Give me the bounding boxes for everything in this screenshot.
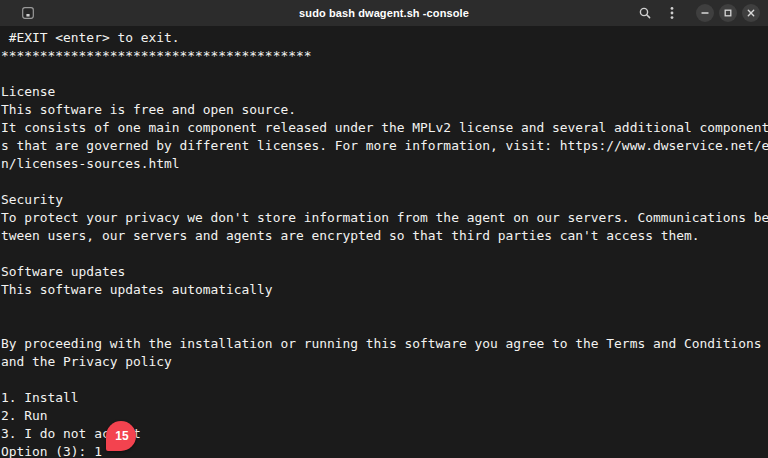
close-icon [747, 9, 755, 17]
click-annotation-badge: 15 [106, 421, 136, 451]
titlebar-left [0, 7, 34, 19]
titlebar[interactable]: sudo bash dwagent.sh -console [0, 0, 768, 26]
terminal-line: This software is free and open source. [1, 101, 768, 119]
maximize-icon [724, 9, 732, 17]
click-annotation-label: 15 [113, 429, 128, 444]
window-button-group [696, 4, 760, 22]
terminal-line [1, 245, 768, 263]
terminal-line-menu-install: 1. Install [1, 389, 768, 407]
terminal-line: Security [1, 191, 768, 209]
terminal-line [1, 371, 768, 389]
terminal-line: License [1, 83, 768, 101]
terminal-line: It consists of one main component releas… [1, 119, 768, 137]
terminal-line [1, 173, 768, 191]
minimize-button[interactable] [696, 4, 714, 22]
terminal-line: To protect your privacy we don't store i… [1, 209, 768, 227]
terminal-line: tween users, our servers and agents are … [1, 227, 768, 245]
search-button[interactable] [636, 4, 654, 22]
terminal-line [1, 65, 768, 83]
menu-button[interactable] [663, 4, 681, 22]
terminal-line: n/licenses-sources.html [1, 155, 768, 173]
terminal-line: This software updates automatically [1, 281, 768, 299]
terminal-line: **************************************** [1, 47, 768, 65]
terminal-line: Software updates [1, 263, 768, 281]
terminal-app-icon [22, 7, 34, 19]
maximize-button[interactable] [719, 4, 737, 22]
terminal-line: s that are governed by different license… [1, 137, 768, 155]
close-button[interactable] [742, 4, 760, 22]
terminal-screen[interactable]: #EXIT <enter> to exit. *****************… [0, 26, 768, 458]
terminal-line: #EXIT <enter> to exit. [1, 29, 768, 47]
terminal-line: By proceeding with the installation or r… [1, 335, 768, 353]
search-icon [638, 6, 652, 20]
terminal-window: sudo bash dwagent.sh -console [0, 0, 768, 458]
window-controls [636, 0, 760, 26]
terminal-line [1, 317, 768, 335]
terminal-line [1, 299, 768, 317]
minimize-icon [701, 9, 709, 17]
kebab-menu-icon [670, 6, 674, 20]
terminal-line: and the Privacy policy [1, 353, 768, 371]
